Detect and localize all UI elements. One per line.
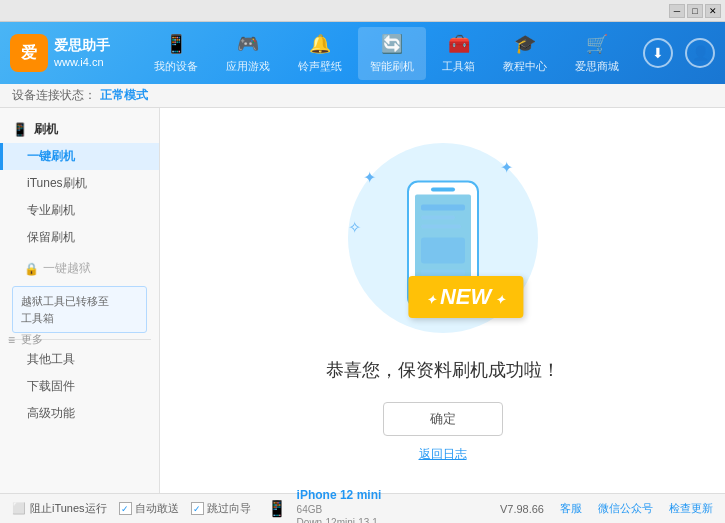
svg-rect-5	[421, 216, 455, 220]
content-area: ✦ ✦ ✧ NEW 恭喜您，保资料刷机成功啦！ 确定 返回日志	[160, 108, 725, 493]
nav-apps-label: 应用游戏	[226, 59, 270, 74]
nav-smart-label: 智能刷机	[370, 59, 414, 74]
download-button[interactable]: ⬇	[643, 38, 673, 68]
auto-launch-checkbox[interactable]: ✓ 自动敢送	[119, 501, 179, 516]
pro-label: 专业刷机	[27, 203, 75, 217]
stop-itunes-icon: ⬜	[12, 502, 26, 515]
nav-store[interactable]: 🛒 爱思商城	[563, 27, 631, 80]
device-icon: 📱	[267, 499, 287, 518]
locked-label: 一键越狱	[43, 260, 91, 277]
user-button[interactable]: 👤	[685, 38, 715, 68]
device-info: iPhone 12 mini 64GB Down-12mini-13,1	[297, 488, 382, 523]
other-tools-label: 其他工具	[27, 352, 75, 366]
status-bar: 设备连接状态： 正常模式	[0, 84, 725, 108]
sidebar-locked-jailbreak: 🔒 一键越狱	[0, 255, 159, 282]
tutorial-nav-icon: 🎓	[514, 33, 536, 55]
auto-launch-label: 自动敢送	[135, 501, 179, 516]
main-container: 📱 刷机 一键刷机 iTunes刷机 专业刷机 保留刷机 🔒 一键越狱 越狱工具…	[0, 108, 725, 493]
logo-icon: 爱	[10, 34, 48, 72]
sparkle-icon-1: ✦	[363, 168, 376, 187]
sidebar-note-text: 越狱工具已转移至工具箱	[21, 295, 109, 324]
sidebar-item-pro[interactable]: 专业刷机	[0, 197, 159, 224]
confirm-button[interactable]: 确定	[383, 402, 503, 436]
sidebar-item-advanced[interactable]: 高级功能	[0, 400, 159, 427]
header: 爱 爱思助手 www.i4.cn 📱 我的设备 🎮 应用游戏 🔔 铃声壁纸 🔄 …	[0, 22, 725, 84]
store-nav-icon: 🛒	[586, 33, 608, 55]
sidebar-item-one-click[interactable]: 一键刷机	[0, 143, 159, 170]
nav-smart[interactable]: 🔄 智能刷机	[358, 27, 426, 80]
brand-name: 爱思助手	[54, 36, 110, 56]
svg-rect-6	[421, 225, 461, 229]
wizard-checkbox-box[interactable]: ✓	[191, 502, 204, 515]
sidebar-item-other-tools[interactable]: 其他工具	[0, 346, 159, 373]
sidebar-item-itunes[interactable]: iTunes刷机	[0, 170, 159, 197]
one-click-label: 一键刷机	[27, 149, 75, 163]
flash-section-icon: 📱	[12, 122, 28, 137]
logo-text: 爱思助手 www.i4.cn	[54, 36, 110, 71]
new-badge: NEW	[408, 276, 523, 318]
sidebar-section-flash: 📱 刷机 一键刷机 iTunes刷机 专业刷机 保留刷机	[0, 116, 159, 251]
flash-section-label: 刷机	[34, 121, 58, 138]
header-right: ⬇ 👤	[643, 38, 715, 68]
svg-rect-3	[431, 188, 455, 192]
bottom-right: V7.98.66 客服 微信公众号 检查更新	[500, 501, 713, 516]
sparkle-icon-3: ✧	[348, 218, 361, 237]
success-message: 恭喜您，保资料刷机成功啦！	[326, 358, 560, 382]
stop-itunes-label: 阻止iTunes运行	[30, 501, 107, 516]
sidebar-item-save-data[interactable]: 保留刷机	[0, 224, 159, 251]
nav-store-label: 爱思商城	[575, 59, 619, 74]
bottom-left: ⬜ 阻止iTunes运行 ✓ 自动敢送 ✓ 跳过向导 📱 iPhone 12 m…	[12, 488, 500, 523]
advanced-label: 高级功能	[27, 406, 75, 420]
nav-device[interactable]: 📱 我的设备	[142, 27, 210, 80]
nav-tutorial[interactable]: 🎓 教程中心	[491, 27, 559, 80]
bottom-bar: ⬜ 阻止iTunes运行 ✓ 自动敢送 ✓ 跳过向导 📱 iPhone 12 m…	[0, 493, 725, 523]
wizard-checkbox[interactable]: ✓ 跳过向导	[191, 501, 251, 516]
stop-itunes-control: ⬜ 阻止iTunes运行	[12, 501, 107, 516]
title-bar: ─ □ ✕	[0, 0, 725, 22]
nav-apps[interactable]: 🎮 应用游戏	[214, 27, 282, 80]
support-link[interactable]: 客服	[560, 501, 582, 516]
minimize-button[interactable]: ─	[669, 4, 685, 18]
wechat-link[interactable]: 微信公众号	[598, 501, 653, 516]
svg-rect-4	[421, 205, 465, 211]
auto-launch-checkbox-box[interactable]: ✓	[119, 502, 132, 515]
version-label: V7.98.66	[500, 503, 544, 515]
maximize-button[interactable]: □	[687, 4, 703, 18]
nav-tutorial-label: 教程中心	[503, 59, 547, 74]
logo-area: 爱 爱思助手 www.i4.cn	[10, 34, 110, 72]
window-controls[interactable]: ─ □ ✕	[669, 4, 721, 18]
success-illustration: ✦ ✦ ✧ NEW	[333, 138, 553, 338]
more-section-label: 更多	[21, 332, 43, 347]
toolbox-nav-icon: 🧰	[448, 33, 470, 55]
close-button[interactable]: ✕	[705, 4, 721, 18]
svg-rect-8	[421, 270, 465, 276]
sparkle-icon-2: ✦	[500, 158, 513, 177]
status-value: 正常模式	[100, 87, 148, 104]
brand-url: www.i4.cn	[54, 55, 110, 70]
wizard-label: 跳过向导	[207, 501, 251, 516]
sidebar-section-title-flash: 📱 刷机	[0, 116, 159, 143]
nav-toolbox-label: 工具箱	[442, 59, 475, 74]
back-log-link[interactable]: 返回日志	[419, 446, 467, 463]
svg-rect-7	[421, 238, 465, 264]
sidebar-item-download[interactable]: 下载固件	[0, 373, 159, 400]
nav-ringtone-label: 铃声壁纸	[298, 59, 342, 74]
itunes-label: iTunes刷机	[27, 176, 87, 190]
device-model: Down-12mini-13,1	[297, 516, 382, 523]
check-update-link[interactable]: 检查更新	[669, 501, 713, 516]
smart-nav-icon: 🔄	[381, 33, 403, 55]
ringtone-nav-icon: 🔔	[309, 33, 331, 55]
device-nav-icon: 📱	[165, 33, 187, 55]
lock-icon: 🔒	[24, 262, 39, 276]
sidebar: 📱 刷机 一键刷机 iTunes刷机 专业刷机 保留刷机 🔒 一键越狱 越狱工具…	[0, 108, 160, 493]
nav-toolbox[interactable]: 🧰 工具箱	[430, 27, 487, 80]
sidebar-note: 越狱工具已转移至工具箱	[12, 286, 147, 333]
device-name: iPhone 12 mini	[297, 488, 382, 504]
sidebar-divider-more: 更多	[8, 339, 151, 340]
nav-device-label: 我的设备	[154, 59, 198, 74]
nav-bar: 📱 我的设备 🎮 应用游戏 🔔 铃声壁纸 🔄 智能刷机 🧰 工具箱 🎓 教程中心…	[130, 27, 643, 80]
nav-ringtone[interactable]: 🔔 铃声壁纸	[286, 27, 354, 80]
device-storage: 64GB	[297, 503, 382, 516]
apps-nav-icon: 🎮	[237, 33, 259, 55]
status-label: 设备连接状态：	[12, 87, 96, 104]
